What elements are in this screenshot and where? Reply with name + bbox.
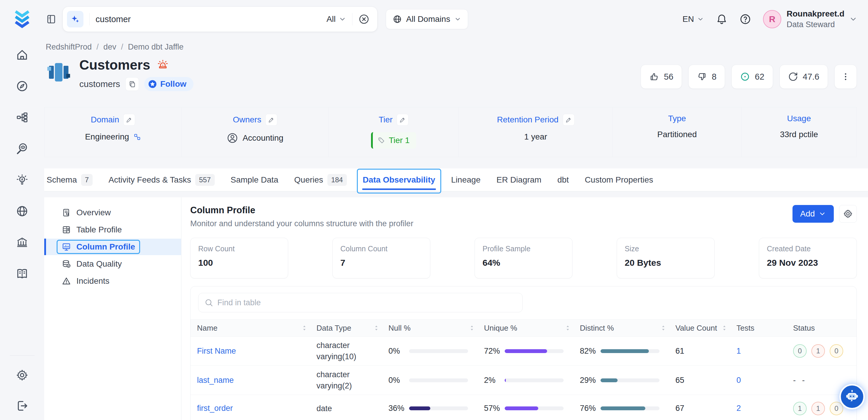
governance-bank-icon[interactable]	[16, 236, 29, 249]
sidebar-item-incidents[interactable]: Incidents	[44, 273, 181, 289]
notifications-button[interactable]	[716, 13, 727, 25]
card-value: 29 Nov 2023	[767, 258, 849, 268]
tab-queries[interactable]: Queries 184	[294, 174, 347, 186]
profile-settings-button[interactable]	[839, 205, 857, 223]
tab-sample-data[interactable]: Sample Data	[230, 175, 278, 185]
sidebar-item-table-profile[interactable]: Table Profile	[44, 221, 181, 238]
domains-filter-dropdown[interactable]: All Domains	[386, 9, 468, 29]
asset-tabs: Schema 7 Activity Feeds & Tasks 557 Samp…	[44, 169, 868, 191]
score-button[interactable]: 62	[732, 65, 773, 89]
tab-lineage[interactable]: Lineage	[451, 175, 481, 185]
top-bar: All All Domains EN R Rounakpreet.d Data …	[0, 0, 868, 38]
user-menu[interactable]: Rounakpreet.d Data Steward	[786, 8, 844, 30]
freshness-button[interactable]: 47.6	[779, 65, 828, 89]
app-logo[interactable]	[0, 9, 44, 29]
card-value: 100	[198, 258, 280, 268]
column-name-link[interactable]: last_name	[197, 376, 234, 385]
more-actions-button[interactable]	[834, 65, 857, 89]
column-name-link[interactable]: first_order	[197, 404, 233, 413]
domains-filter-label: All Domains	[406, 14, 450, 24]
downvotes-button[interactable]: 8	[688, 65, 725, 89]
edit-owners-button[interactable]	[266, 114, 277, 126]
column-header: Unique %	[484, 324, 517, 333]
table-row[interactable]: first_order date 36% 57% 76% 67 2 1 1 0	[190, 395, 857, 420]
breadcrumb-item[interactable]: Demo dbt Jaffle	[128, 42, 184, 52]
gear-icon	[843, 209, 853, 219]
follow-button[interactable]: Follow	[144, 77, 193, 91]
column-name-link[interactable]: First Name	[197, 347, 236, 355]
ai-search-button[interactable]	[67, 11, 84, 27]
copy-name-button[interactable]	[125, 77, 139, 91]
global-search-input[interactable]	[96, 14, 327, 24]
logout-icon[interactable]	[16, 399, 29, 412]
insights-bulb-icon[interactable]	[16, 173, 29, 186]
search-scope-dropdown[interactable]: All	[327, 14, 346, 24]
value-count: 65	[675, 376, 684, 385]
avatar-initial: R	[769, 14, 775, 24]
help-button[interactable]	[739, 13, 751, 25]
metadata-domain: Domain Engineering	[44, 107, 181, 157]
breadcrumb-item[interactable]: dev	[103, 42, 117, 52]
type-label: Type	[668, 114, 686, 123]
summary-cards: Row Count 100 Column Count 7 Profile Sam…	[190, 238, 857, 278]
chatbot-robot-icon	[844, 389, 860, 404]
sidebar-toggle-button[interactable]	[44, 12, 58, 26]
overview-icon	[62, 208, 71, 217]
tests-link[interactable]: 1	[737, 347, 741, 355]
chatbot-button[interactable]	[839, 384, 865, 409]
chevron-down-icon[interactable]	[849, 15, 857, 23]
home-icon[interactable]	[16, 49, 29, 61]
search-icon	[205, 298, 213, 307]
sort-icon[interactable]	[373, 324, 380, 332]
global-search-bar[interactable]: All	[63, 6, 377, 32]
breadcrumb: RedshiftProd / dev / Demo dbt Jaffle	[46, 42, 868, 52]
settings-icon[interactable]	[16, 369, 29, 382]
tier-badge[interactable]: Tier 1	[371, 132, 416, 149]
web-globe-icon[interactable]	[16, 205, 29, 218]
tab-custom-properties[interactable]: Custom Properties	[585, 175, 653, 185]
table-search[interactable]	[198, 293, 523, 312]
sidebar-item-column-profile[interactable]: Column Profile	[44, 239, 181, 255]
alert-siren-icon[interactable]	[157, 59, 169, 71]
table-row[interactable]: First Name character varying(10) 0% 72% …	[190, 336, 857, 366]
glossary-book-icon[interactable]	[16, 267, 29, 280]
sort-icon[interactable]	[468, 324, 476, 332]
value-count: 61	[675, 347, 684, 355]
language-label: EN	[682, 14, 694, 24]
tab-activity-feeds[interactable]: Activity Feeds & Tasks 557	[108, 174, 215, 186]
edit-retention-button[interactable]	[563, 114, 575, 126]
tab-schema[interactable]: Schema 7	[46, 174, 93, 186]
edit-domain-button[interactable]	[123, 114, 135, 126]
asset-stats: 56 8 62 47.6	[641, 65, 857, 89]
sort-icon[interactable]	[564, 324, 571, 332]
table-search-input[interactable]	[217, 298, 517, 307]
owners-value[interactable]: Accounting	[242, 133, 283, 143]
avatar[interactable]: R	[763, 10, 781, 28]
tab-dbt[interactable]: dbt	[557, 175, 569, 185]
tab-er-diagram[interactable]: ER Diagram	[496, 175, 541, 185]
workflows-network-icon[interactable]	[16, 111, 29, 124]
tests-link[interactable]: 2	[737, 404, 741, 413]
domain-link-icon[interactable]	[133, 133, 141, 141]
sort-icon[interactable]	[659, 324, 667, 332]
incidents-icon	[62, 276, 71, 286]
tests-link[interactable]: 0	[737, 376, 741, 385]
observability-search-icon[interactable]	[16, 142, 29, 155]
edit-tier-button[interactable]	[397, 114, 408, 126]
table-row[interactable]: last_name character varying(2) 0% 2% 29%…	[190, 366, 857, 395]
divider	[10, 355, 34, 356]
tab-data-observability[interactable]: Data Observability	[363, 175, 435, 185]
discover-compass-icon[interactable]	[16, 80, 29, 93]
card-label: Column Count	[340, 244, 422, 253]
sort-icon[interactable]	[720, 324, 728, 332]
sort-icon[interactable]	[301, 324, 308, 332]
upvotes-button[interactable]: 56	[641, 65, 682, 89]
add-button[interactable]: Add	[793, 205, 834, 223]
sidebar-item-overview[interactable]: Overview	[44, 204, 181, 221]
language-dropdown[interactable]: EN	[682, 14, 704, 24]
breadcrumb-item[interactable]: RedshiftProd	[46, 42, 92, 52]
summary-card-profile-sample: Profile Sample 64%	[474, 238, 572, 278]
domain-value[interactable]: Engineering	[85, 132, 129, 142]
clear-search-button[interactable]	[358, 13, 370, 25]
sidebar-item-data-quality[interactable]: Data Quality	[44, 256, 181, 272]
